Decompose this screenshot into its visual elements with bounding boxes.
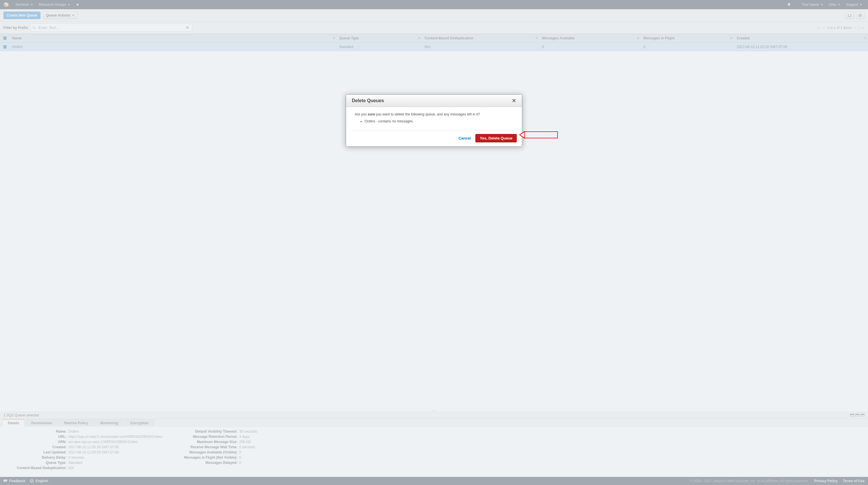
modal-close-button[interactable]: ✕ <box>512 97 516 104</box>
modal-message: Are you sure you want to delete the foll… <box>355 112 513 116</box>
modal-header: Delete Queues ✕ <box>346 95 522 107</box>
confirm-delete-button[interactable]: Yes, Delete Queue <box>475 134 517 142</box>
cancel-button[interactable]: Cancel <box>459 136 471 140</box>
delete-queue-modal: Delete Queues ✕ Are you sure you want to… <box>346 94 522 147</box>
modal-title: Delete Queues <box>352 98 384 103</box>
modal-footer: Cancel Yes, Delete Queue <box>351 130 517 142</box>
modal-body: Are you sure you want to delete the foll… <box>346 107 522 130</box>
modal-overlay[interactable] <box>0 0 868 485</box>
modal-item: Orders - contains no messages. <box>365 119 513 123</box>
